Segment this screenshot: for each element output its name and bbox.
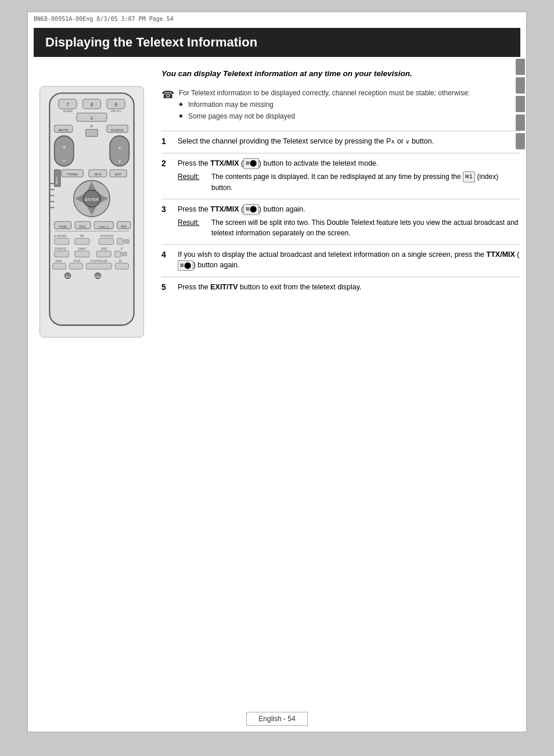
result-text-2: The contents page is displayed. It can b…: [211, 171, 520, 193]
svg-text:−: −: [62, 157, 66, 164]
svg-text:P: P: [121, 248, 123, 250]
right-edge-tabs: [516, 59, 526, 149]
page: BN68-00951A-00Eng 8/3/05 3:07 PM Page 54…: [27, 12, 527, 732]
svg-text:SOURCE: SOURCE: [111, 128, 124, 132]
svg-rect-71: [115, 263, 128, 269]
svg-text:INFO: INFO: [94, 173, 101, 176]
svg-text:0: 0: [91, 116, 93, 121]
step-content-3: Press the TTX/MIX (≡⬤) button again. Res…: [178, 204, 520, 238]
svg-text:STOP: STOP: [73, 260, 81, 263]
step-5: 5 Press the EXIT/TV button to exit from …: [161, 277, 520, 293]
intro-text: You can display Teletext information at …: [161, 69, 520, 80]
svg-rect-51: [75, 238, 89, 244]
svg-rect-53: [117, 238, 123, 244]
svg-text:PR-CH: PR-CH: [111, 109, 121, 113]
left-column: 7 8 9 SLEEP PR-CH 0 P: [34, 63, 150, 338]
svg-rect-63: [122, 252, 127, 256]
svg-text:9: 9: [114, 102, 117, 108]
step-number-3: 3: [161, 204, 172, 238]
svg-text:7: 7: [66, 102, 69, 108]
svg-text:SLEEP: SLEEP: [63, 109, 73, 113]
footer-text: English - 54: [246, 712, 307, 726]
svg-text:DUAL I-II: DUAL I-II: [99, 225, 109, 228]
file-header: BN68-00951A-00Eng 8/3/05 3:07 PM Page 54: [28, 12, 526, 23]
step-number-5: 5: [161, 282, 172, 293]
svg-text:∨: ∨: [118, 158, 121, 164]
svg-text:+: +: [62, 144, 66, 151]
svg-rect-59: [55, 251, 69, 257]
step-number-4: 4: [161, 249, 172, 271]
svg-text:POSITION: POSITION: [100, 235, 113, 238]
page-footer: English - 54: [28, 712, 526, 726]
page-title: Displaying the Teletext Information: [34, 28, 520, 57]
result-block-2: Result: The contents page is displayed. …: [178, 171, 520, 193]
step-content-4: If you wish to display the actual broadc…: [178, 249, 520, 271]
step-number-2: 2: [161, 158, 172, 193]
svg-text:E.SAVING: E.SAVING: [54, 235, 67, 238]
main-content: 7 8 9 SLEEP PR-CH 0 P: [28, 57, 526, 343]
right-column: You can display Teletext information at …: [156, 63, 520, 338]
svg-rect-12: [86, 129, 98, 136]
svg-rect-54: [124, 239, 129, 243]
edge-tab-1: [516, 59, 525, 75]
edge-tab-3: [516, 96, 525, 112]
result-label-3: Result:: [178, 217, 207, 238]
svg-rect-60: [75, 251, 89, 257]
svg-text:P: P: [91, 124, 93, 129]
step-3: 3 Press the TTX/MIX (≡⬤) button again. R…: [161, 199, 520, 238]
svg-text:RESET: RESET: [93, 275, 102, 278]
svg-text:SRS: SRS: [121, 225, 127, 228]
step-number-1: 1: [161, 136, 172, 147]
note-content: For Teletext information to be displayed…: [179, 88, 470, 121]
svg-text:TTX/MIX: TTX/MIX: [67, 173, 79, 176]
step-content-1: Select the channel providing the Teletex…: [178, 136, 520, 147]
svg-text:MENU: MENU: [55, 177, 58, 184]
svg-text:SIZE: SIZE: [101, 248, 107, 250]
svg-rect-69: [70, 263, 83, 269]
phone-icon: ☎: [161, 88, 174, 121]
note-main-text: For Teletext information to be displayed…: [179, 89, 470, 97]
step-content-5: Press the EXIT/TV button to exit from th…: [178, 282, 520, 293]
svg-text:PLAY/PAUSE: PLAY/PAUSE: [91, 260, 107, 263]
svg-text:PIP: PIP: [80, 235, 85, 238]
svg-text:SWAP: SWAP: [78, 248, 87, 250]
svg-text:∧: ∧: [118, 145, 121, 151]
remote-svg: 7 8 9 SLEEP PR-CH 0 P: [44, 90, 140, 331]
svg-text:STILL: STILL: [79, 225, 87, 228]
svg-text:REW: REW: [56, 260, 62, 263]
svg-rect-50: [55, 238, 69, 244]
svg-rect-68: [53, 263, 66, 269]
edge-tab-2: [516, 77, 525, 94]
svg-text:8: 8: [91, 102, 93, 108]
edge-tab-5: [516, 133, 525, 149]
svg-text:EXIT: EXIT: [115, 173, 122, 176]
svg-text:FF: FF: [119, 260, 123, 263]
note-bullet-1: Information may be missing: [179, 99, 470, 110]
svg-rect-61: [96, 251, 111, 257]
step-content-2: Press the TTX/MIX (≡⬤) button to activat…: [178, 158, 520, 193]
svg-rect-62: [114, 251, 120, 257]
result-text-3: The screen will be split into two. This …: [211, 217, 520, 238]
result-label-2: Result:: [178, 171, 207, 193]
step-4: 4 If you wish to display the actual broa…: [161, 244, 520, 271]
result-block-3: Result: The screen will be split into tw…: [178, 217, 520, 238]
edge-tab-4: [516, 114, 525, 131]
step-1: 1 Select the channel providing the Telet…: [161, 131, 520, 147]
step-2: 2 Press the TTX/MIX (≡⬤) button to activ…: [161, 153, 520, 193]
svg-rect-52: [99, 238, 113, 244]
svg-rect-70: [87, 263, 112, 269]
remote-image: 7 8 9 SLEEP PR-CH 0 P: [39, 86, 144, 338]
svg-text:P.SIZE: P.SIZE: [59, 225, 67, 228]
svg-text:SOURCE: SOURCE: [55, 248, 66, 250]
svg-text:MUTE: MUTE: [58, 128, 69, 132]
note-box: ☎ For Teletext information to be display…: [161, 88, 520, 121]
note-bullet-2: Some pages may not be displayed: [179, 111, 470, 121]
svg-text:ENTER: ENTER: [85, 197, 99, 202]
svg-text:SET: SET: [65, 275, 70, 278]
